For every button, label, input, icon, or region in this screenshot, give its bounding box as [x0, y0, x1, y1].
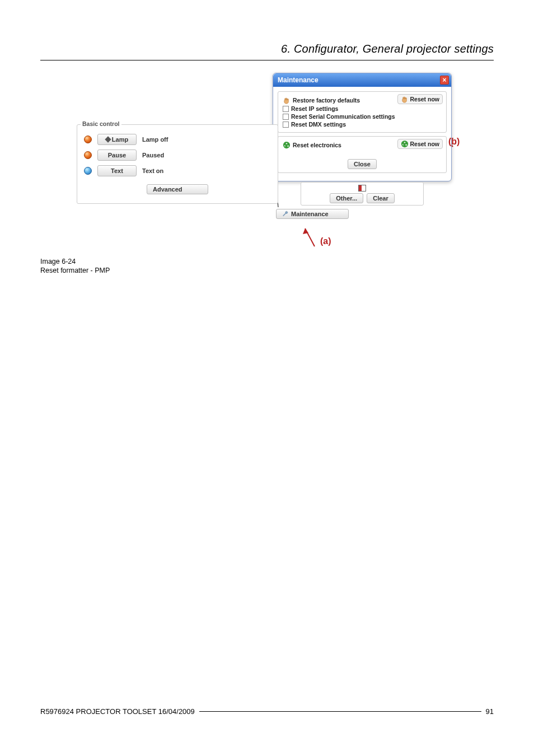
wrench-icon	[282, 211, 289, 217]
annotation-a: (a)	[320, 236, 331, 246]
logo-panel: Other... Clear	[301, 182, 424, 206]
recycle-icon	[283, 141, 291, 149]
maintenance-button[interactable]: Maintenance	[276, 209, 349, 219]
close-button[interactable]: Close	[348, 159, 377, 169]
reset-dmx-label: Reset DMX settings	[291, 121, 346, 128]
reset-now-top-label: Reset now	[410, 96, 439, 102]
restore-factory-label: Restore factory defaults	[293, 97, 360, 104]
page-header: 6. Configurator, General projector setti…	[40, 43, 494, 60]
basic-control-legend: Basic control	[81, 120, 121, 127]
clear-button[interactable]: Clear	[367, 193, 395, 203]
diamond-icon	[105, 136, 111, 142]
pause-row: Pause Paused	[77, 147, 278, 163]
reset-serial-label: Reset Serial Communication settings	[291, 113, 395, 120]
figure-caption: Image 6-24 Reset formatter - PMP	[40, 258, 110, 275]
pause-button[interactable]: Pause	[97, 150, 137, 161]
footer-rule	[199, 711, 481, 712]
text-row: Text Text on	[77, 163, 278, 179]
reset-electronics-section: Reset electronics Reset now Close	[278, 136, 447, 173]
hand-icon	[401, 95, 409, 103]
lamp-status-icon	[84, 136, 92, 143]
lamp-status-label: Lamp off	[142, 136, 168, 143]
reset-now-bottom-label: Reset now	[410, 141, 439, 147]
page-footer: R5976924 PROJECTOR TOOLSET 16/04/2009 91	[40, 707, 494, 716]
lamp-row: Lamp Lamp off	[77, 132, 278, 147]
advanced-button[interactable]: Advanced	[147, 184, 208, 194]
text-status-icon	[84, 167, 92, 175]
pause-status-label: Paused	[142, 152, 164, 158]
reset-ip-checkbox[interactable]	[283, 106, 289, 112]
reset-now-bottom-button[interactable]: Reset now	[397, 139, 443, 149]
lamp-button[interactable]: Lamp	[97, 134, 137, 145]
reset-ip-label: Reset IP settings	[291, 105, 338, 112]
svg-marker-0	[303, 228, 308, 234]
recycle-icon	[401, 140, 409, 148]
maintenance-button-label: Maintenance	[291, 211, 329, 217]
caption-line-2: Reset formatter - PMP	[40, 267, 110, 276]
dialog-title: Maintenance	[278, 76, 318, 84]
reset-now-top-button[interactable]: Reset now	[397, 94, 443, 104]
text-status-label: Text on	[142, 167, 163, 174]
maintenance-dialog: Maintenance × Restore factory defaults R…	[273, 73, 452, 181]
basic-control-panel: Basic control Lamp Lamp off Pause Paused…	[77, 124, 278, 204]
caption-line-1: Image 6-24	[40, 258, 110, 267]
screenshot-composite: Maintenance × Restore factory defaults R…	[77, 73, 457, 252]
reset-serial-checkbox[interactable]	[283, 114, 289, 120]
footer-text: R5976924 PROJECTOR TOOLSET 16/04/2009	[40, 707, 195, 716]
reset-dmx-checkbox[interactable]	[283, 122, 289, 128]
other-button[interactable]: Other...	[330, 193, 363, 203]
text-button[interactable]: Text	[97, 165, 137, 176]
bottom-strip: Other... Clear Maintenance	[273, 182, 452, 219]
page-number: 91	[486, 707, 494, 716]
dialog-titlebar: Maintenance ×	[273, 73, 451, 87]
close-icon[interactable]: ×	[440, 76, 449, 85]
figure-area: Maintenance × Restore factory defaults R…	[40, 73, 494, 252]
hand-icon	[283, 96, 291, 104]
annotation-b: (b)	[448, 137, 460, 147]
header-rule	[40, 60, 494, 60]
reset-electronics-label: Reset electronics	[293, 142, 341, 148]
factory-defaults-section: Restore factory defaults Reset now Reset…	[278, 91, 447, 133]
section-title: 6. Configurator, General projector setti…	[40, 43, 494, 55]
pause-status-icon	[84, 151, 92, 159]
flag-icon	[358, 185, 366, 192]
